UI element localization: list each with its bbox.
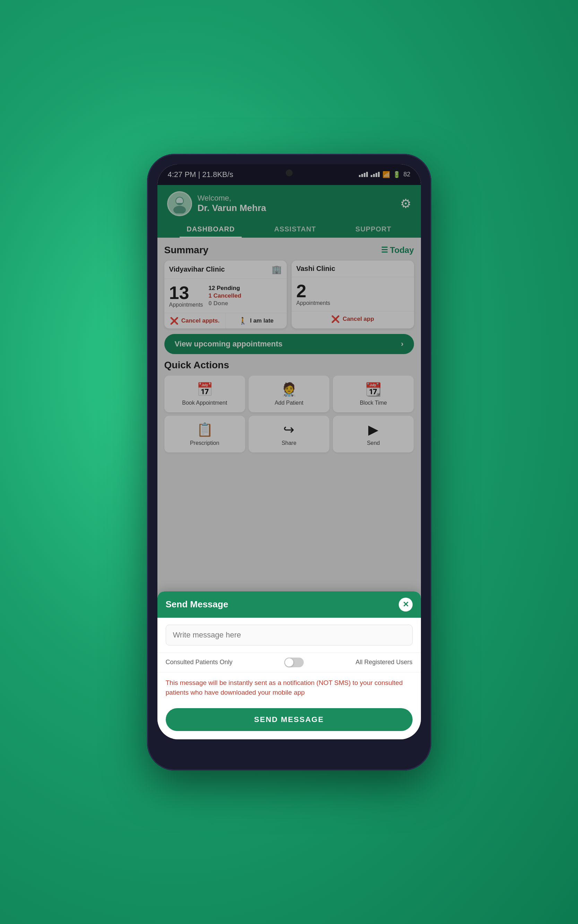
notice-text: This message will be instantly sent as a… (157, 673, 421, 703)
patients-toggle[interactable] (284, 658, 304, 667)
all-users-label: All Registered Users (356, 659, 412, 666)
send-message-title: Send Message (166, 599, 229, 610)
send-message-header: Send Message ✕ (157, 591, 421, 618)
phone-screen: 4:27 PM | 21.8KB/s 📶 🔋 82 (157, 164, 421, 740)
toggle-row: Consulted Patients Only All Registered U… (157, 653, 421, 673)
phone-frame: 4:27 PM | 21.8KB/s 📶 🔋 82 (147, 154, 431, 770)
app-content: Welcome, Dr. Varun Mehra ⚙ DASHBOARD ASS… (157, 185, 421, 740)
consulted-patients-label: Consulted Patients Only (166, 659, 233, 666)
send-message-panel: Send Message ✕ Consulted Patients Only A… (157, 591, 421, 740)
close-modal-btn[interactable]: ✕ (399, 598, 412, 612)
send-message-btn[interactable]: SEND MESSAGE (166, 708, 412, 731)
message-input[interactable] (166, 625, 412, 646)
message-input-area (157, 618, 421, 653)
